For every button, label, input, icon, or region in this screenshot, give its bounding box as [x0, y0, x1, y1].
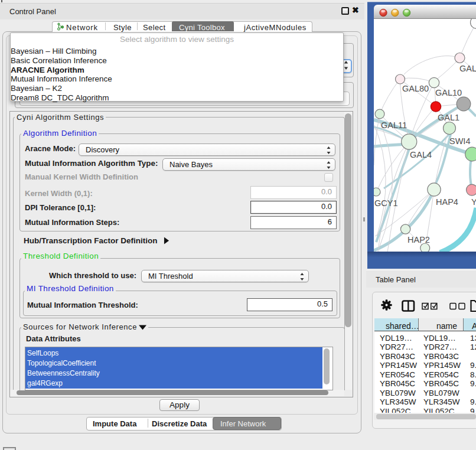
svg-text:GAL10: GAL10 [435, 88, 462, 97]
svg-text:GAL80: GAL80 [402, 84, 429, 93]
svg-text:HAP4: HAP4 [436, 197, 458, 207]
svg-text:GAL4: GAL4 [410, 150, 432, 159]
svg-text:HAP2: HAP2 [407, 235, 430, 244]
svg-text:GAL2: GAL2 [459, 64, 476, 73]
svg-text:Y: Y [471, 197, 476, 207]
svg-text:GCY1: GCY1 [374, 198, 398, 208]
svg-text:GAL1: GAL1 [438, 113, 459, 122]
svg-text:SWI4: SWI4 [449, 136, 470, 146]
svg-text:GAL11: GAL11 [381, 120, 407, 130]
